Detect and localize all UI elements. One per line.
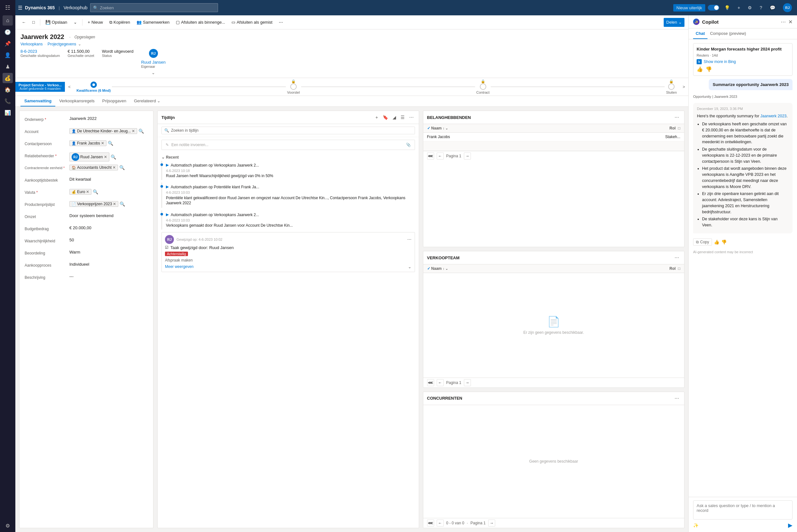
more-button[interactable]: ⋯ <box>276 18 285 27</box>
new-button[interactable]: + Nieuw <box>85 18 106 27</box>
app-launcher-icon[interactable]: ☷ <box>3 3 13 13</box>
close-inner-button[interactable]: ▢ Afsluiten als binnenge... <box>173 18 228 27</box>
salesteam-sort-dir-icon[interactable]: ⌄ <box>445 267 448 270</box>
stakeholders-sort-icon[interactable]: ↕ <box>443 127 444 130</box>
stakeholders-sort-dir-icon[interactable]: ⌄ <box>445 127 448 130</box>
stage-kwalificeren[interactable]: Kwalificeren (6 Mnd) <box>76 81 111 92</box>
copy-response-btn[interactable]: ⧉ Copy <box>693 239 712 246</box>
salesteam-more-btn[interactable]: ⋯ <box>673 254 680 261</box>
collaborate-button[interactable]: 👥 Samenwerken <box>134 18 172 27</box>
competitors-next-btn[interactable]: → <box>488 519 495 527</box>
copilot-send-btn[interactable]: ▶ <box>788 522 793 529</box>
salesteam-first-btn[interactable]: ⋘ <box>427 379 434 386</box>
process-next-button[interactable]: > <box>679 82 688 92</box>
ai-thumbdown-btn[interactable]: 👎 <box>721 240 727 245</box>
stakeholders-more-btn[interactable]: ⋯ <box>673 114 680 120</box>
salesteam-sort-icon[interactable]: ↕ <box>443 267 444 270</box>
copy-button[interactable]: ⧉ Kopiëren <box>107 18 133 27</box>
copilot-tab-compose[interactable]: Compose (preview) <box>707 28 749 39</box>
new-look-toggle[interactable] <box>708 5 719 11</box>
bing-link[interactable]: b Show more in Bing <box>697 59 789 64</box>
nav-pin-icon[interactable]: 📌 <box>3 38 13 49</box>
breadcrumb-sales[interactable]: Verkoopkans <box>20 42 42 46</box>
competitors-first-btn[interactable]: ⋘ <box>427 519 434 527</box>
valuta-lookup-icon[interactable]: 🔍 <box>93 189 98 194</box>
copilot-tab-chat[interactable]: Chat <box>693 28 707 39</box>
account-lookup-icon[interactable]: 🔍 <box>138 129 144 134</box>
nav-reports-icon[interactable]: 📊 <box>3 108 13 118</box>
breadcrumb-dropdown-icon[interactable]: ⌄ <box>78 42 81 46</box>
share-button[interactable]: Delen ⌄ <box>664 18 684 27</box>
contact-lookup-icon[interactable]: 🔍 <box>108 141 113 146</box>
save-dropdown[interactable]: ⌄ <box>71 18 80 27</box>
timeline-activity-more-btn[interactable]: ⋯ <box>407 237 412 242</box>
new-look-button[interactable]: Nieuw uiterlijk <box>673 4 705 12</box>
nav-home-icon[interactable]: ⌂ <box>3 15 13 25</box>
lightbulb-button[interactable]: 💡 <box>722 4 733 12</box>
news-thumbup-btn[interactable]: 👍 <box>697 66 703 72</box>
timeline-filter-button[interactable]: ◢ <box>391 114 397 120</box>
add-button[interactable]: + <box>735 4 743 12</box>
tab-samenvatting[interactable]: Samenvatting <box>20 96 55 107</box>
close-lost-button[interactable]: ▭ Afsluiten als gemist <box>229 18 275 27</box>
timeline-more-button[interactable]: ⋯ <box>408 114 415 120</box>
save-button[interactable]: 💾 Opslaan <box>43 18 70 27</box>
owner-expand-icon[interactable]: ⌄ <box>152 70 155 75</box>
search-box[interactable]: 🔍 Zoeken <box>90 3 218 12</box>
copilot-magic-btn[interactable]: ✨ <box>693 523 699 528</box>
copilot-close-btn[interactable]: ✕ <box>789 19 793 25</box>
tab-verkoopkansregels[interactable]: Verkoopkansregels <box>55 96 98 107</box>
user-menu-button[interactable]: RJ <box>780 2 794 14</box>
news-thumbdown-btn[interactable]: 👎 <box>706 66 712 72</box>
timeline-add-button[interactable]: + <box>374 114 379 120</box>
topbar-menu-icon[interactable]: ☰ <box>18 5 22 11</box>
breadcrumb-project[interactable]: Projectgegevens <box>48 42 76 46</box>
salesteam-next-btn[interactable]: → <box>464 379 471 386</box>
stakeholders-next-btn[interactable]: → <box>464 152 471 159</box>
contract-lookup-icon[interactable]: 🔍 <box>119 165 125 170</box>
nav-leads-icon[interactable]: ♟ <box>3 61 13 72</box>
nav-opportunities-icon[interactable]: 💰 <box>3 73 13 83</box>
nav-settings-icon[interactable]: ⚙ <box>3 520 13 531</box>
breadcrumb-button[interactable]: □ <box>30 18 37 27</box>
owner-name[interactable]: Ruud Jansen <box>141 60 166 64</box>
contract-remove[interactable]: ✕ <box>113 165 116 170</box>
tab-prijsopgaven[interactable]: Prijsopgaven <box>98 96 130 107</box>
process-prev-button[interactable]: < <box>65 82 74 92</box>
stage-voorstel[interactable]: 🔒 Voorstel <box>287 79 300 94</box>
stakeholders-first-btn[interactable]: ⋘ <box>427 152 434 159</box>
prijs-remove[interactable]: ✕ <box>113 202 116 206</box>
ai-link[interactable]: Jaarwerk 2023 <box>760 114 786 118</box>
stage-contract[interactable]: 🔒 Contract <box>476 79 490 94</box>
salesteam-add-row-icon[interactable]: □ <box>678 266 680 271</box>
nav-accounts-icon[interactable]: 🏠 <box>3 84 13 95</box>
competitors-more-btn[interactable]: ⋯ <box>673 395 680 402</box>
timeline-bookmark-button[interactable]: 🔖 <box>381 114 390 120</box>
nav-contacts-icon[interactable]: 👤 <box>3 50 13 60</box>
contact-remove[interactable]: ✕ <box>101 141 104 146</box>
timeline-meer-icon[interactable]: ⌄ <box>408 264 412 269</box>
relatie-remove[interactable]: ✕ <box>104 155 107 159</box>
account-remove[interactable]: ✕ <box>132 129 135 133</box>
chat-button[interactable]: 💬 <box>767 4 778 12</box>
valuta-remove[interactable]: ✕ <box>86 190 89 194</box>
relatie-lookup-icon[interactable]: 🔍 <box>111 154 116 159</box>
nav-recent-icon[interactable]: 🕐 <box>3 27 13 37</box>
salesteam-prev-btn[interactable]: ← <box>437 379 444 386</box>
stakeholders-add-row-icon[interactable]: □ <box>678 126 680 130</box>
settings-button[interactable]: ⚙ <box>745 4 755 12</box>
prijs-lookup-icon[interactable]: 🔍 <box>119 202 125 207</box>
timeline-view-button[interactable]: ☰ <box>399 114 406 120</box>
stakeholders-prev-btn[interactable]: ← <box>437 152 444 159</box>
timeline-meer-weergeven[interactable]: Meer weergeven <box>165 264 193 269</box>
nav-phone-icon[interactable]: 📞 <box>3 96 13 106</box>
tab-gerelateerd[interactable]: Gerelateerd ⌄ <box>130 96 164 107</box>
copilot-input[interactable] <box>693 500 793 519</box>
competitors-prev-btn[interactable]: ← <box>437 519 444 527</box>
back-button[interactable]: ← <box>19 18 29 27</box>
ai-thumbup-btn[interactable]: 👍 <box>714 240 719 245</box>
help-button[interactable]: ? <box>757 4 765 12</box>
timeline-note-input[interactable]: ✎ Een notitie invoeren... 📎 <box>162 140 415 150</box>
stage-sluiten[interactable]: 🔒 Sluiten <box>666 79 677 94</box>
copilot-more-btn[interactable]: ⋯ <box>781 19 786 25</box>
